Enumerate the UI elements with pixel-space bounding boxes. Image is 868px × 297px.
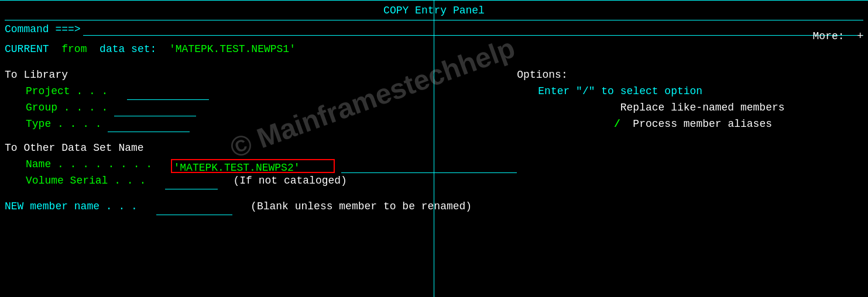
group-row: Group . . . . xyxy=(5,100,517,116)
terminal-screen: © Mainframestechhelp COPY Entry Panel Co… xyxy=(0,0,868,297)
left-column: To Library Project . . . Group . . . . T… xyxy=(5,67,517,215)
group-label: Group . . . . xyxy=(26,102,108,113)
command-line: Command ===> xyxy=(5,23,863,36)
process-text: Process member aliases xyxy=(633,118,772,130)
new-member-row: NEW member name . . . (Blank unless memb… xyxy=(5,199,517,215)
command-label: Command ===> xyxy=(5,23,81,35)
type-label: Type . . . . xyxy=(26,118,102,130)
volume-label: Volume Serial . . . xyxy=(26,175,146,187)
volume-row: Volume Serial . . . (If not cataloged) xyxy=(5,173,517,189)
volume-input[interactable] xyxy=(165,178,218,189)
more-label: More: xyxy=(813,30,845,42)
command-input[interactable] xyxy=(83,23,863,36)
more-symbol: + xyxy=(857,30,863,42)
more-indicator: More: + xyxy=(813,30,863,42)
options-line3: / Process member aliases xyxy=(517,116,863,133)
new-member-note: (Blank unless member to be renamed) xyxy=(251,201,472,212)
current-from: from xyxy=(55,43,87,55)
name-input[interactable]: 'MATEPK.TEST.NEWPS2' xyxy=(171,159,335,173)
right-column: Options: Enter "/" to select option Repl… xyxy=(517,67,863,215)
replace-label xyxy=(517,102,614,113)
current-keyword: CURRENT xyxy=(5,43,49,55)
new-member-input[interactable] xyxy=(156,203,232,215)
slash-checkbox[interactable]: / xyxy=(517,118,626,130)
type-input[interactable] xyxy=(108,120,190,132)
new-member-label: NEW member name . . . xyxy=(5,201,138,212)
volume-note: (If not cataloged) xyxy=(233,175,346,187)
project-label: Project . . . xyxy=(26,85,108,97)
title-text: COPY Entry Panel xyxy=(383,5,485,16)
options-label: Options: xyxy=(517,67,863,84)
type-row: Type . . . . xyxy=(5,116,517,133)
current-dataset-value: 'MATEPK.TEST.NEWPS1' xyxy=(163,43,296,55)
panel-title: COPY Entry Panel xyxy=(5,2,863,20)
project-input[interactable] xyxy=(127,88,209,100)
options-line2: Replace like-named members xyxy=(517,100,863,116)
project-row: Project . . . xyxy=(5,84,517,100)
options-line1: Enter "/" to select option xyxy=(517,84,863,100)
main-section: To Library Project . . . Group . . . . T… xyxy=(5,67,863,215)
name-row: Name . . . . . . . . 'MATEPK.TEST.NEWPS2… xyxy=(5,157,517,173)
to-other-label: To Other Data Set Name xyxy=(5,140,517,157)
current-dataset-line: CURRENT from data set: 'MATEPK.TEST.NEWP… xyxy=(5,42,863,58)
name-label: Name . . . . . . . . xyxy=(26,158,152,170)
current-dataset-keyword: data set: xyxy=(93,43,156,55)
replace-text: Replace like-named members xyxy=(620,102,785,113)
to-library-label: To Library xyxy=(5,67,517,84)
group-input[interactable] xyxy=(114,105,196,116)
